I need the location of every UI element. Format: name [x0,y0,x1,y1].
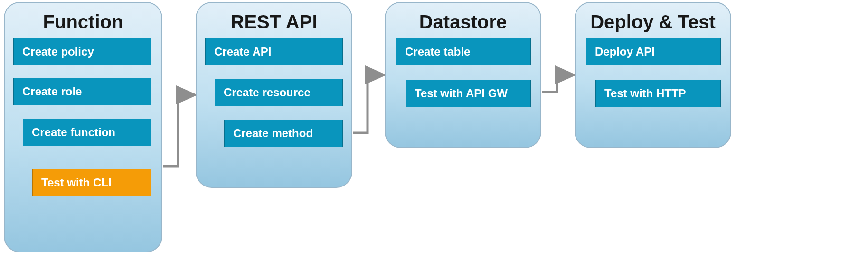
step-box: Deploy API [586,38,721,65]
step-box: Create method [224,120,343,147]
step-box: Test with CLI [32,169,151,196]
panel-title: Function [14,11,152,33]
step-box: Create resource [215,79,343,106]
panel-title: REST API [206,11,342,33]
connector-arrow [542,75,572,92]
connector-arrow [163,95,193,166]
panel-datastore: Datastore [385,2,541,148]
panel-title: Deploy & Test [585,11,721,33]
step-box: Test with HTTP [595,80,721,107]
connector-arrow [353,75,382,133]
diagram-canvas: FunctionCreate policyCreate roleCreate f… [0,0,868,261]
step-box: Create API [205,38,343,65]
panel-deploy-test: Deploy & Test [575,2,731,148]
step-box: Create function [23,119,151,146]
step-box: Create policy [13,38,151,65]
step-box: Create table [396,38,531,65]
step-box: Create role [13,78,151,105]
panel-title: Datastore [395,11,531,33]
step-box: Test with API GW [406,80,531,107]
